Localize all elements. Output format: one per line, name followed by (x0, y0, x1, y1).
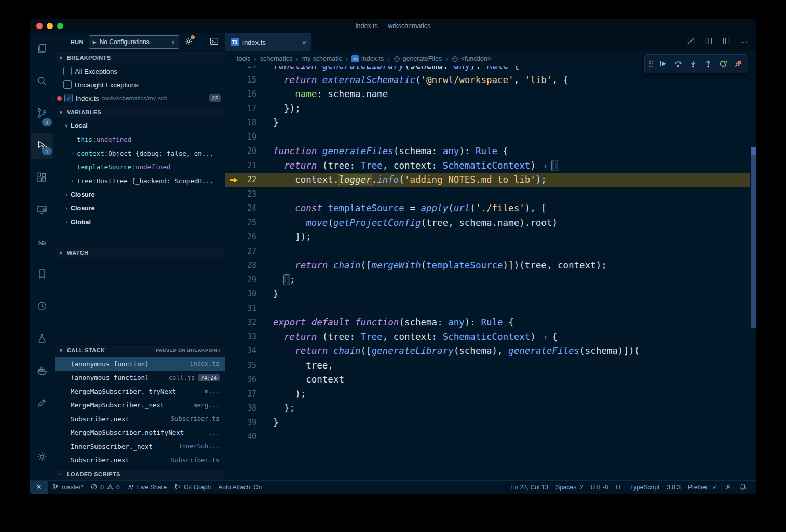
configure-launch-button[interactable] (184, 37, 193, 47)
restart-button[interactable] (716, 57, 730, 71)
activity-source-control[interactable]: 3 (31, 98, 53, 130)
variable-scope-row[interactable]: ∨Local (55, 119, 225, 133)
line-number[interactable]: 25 (225, 216, 273, 230)
code-text[interactable]: return chain([generateLibrary(schema), g… (273, 344, 750, 359)
line-number[interactable]: 20 (225, 144, 273, 159)
chevron-right-icon[interactable]: › (69, 178, 77, 183)
code-text[interactable]: move(getProjectConfig(tree, schema.name)… (273, 216, 750, 230)
call-stack-frame[interactable]: Subscriber.nextSubscriber.ts (55, 412, 225, 426)
variable-row[interactable]: ›context: Object {debug: false, en... (55, 146, 225, 160)
eol-status[interactable]: LF (612, 481, 627, 494)
call-stack-frame[interactable]: MergeMapSubscriber.notifyNext... (55, 426, 225, 440)
variable-row[interactable]: this: undefined (55, 133, 225, 147)
continue-button[interactable] (656, 57, 670, 71)
line-number[interactable]: 24 (225, 201, 273, 216)
chevron-down-icon[interactable]: ∨ (62, 123, 71, 128)
code-line[interactable]: 36 context (225, 373, 750, 387)
scrollbar-thumb[interactable] (751, 147, 756, 155)
cursor-position[interactable]: Ln 22, Col 13 (508, 481, 552, 494)
breadcrumb-item[interactable]: tools (237, 55, 250, 62)
line-number[interactable]: 28 (225, 258, 273, 273)
line-number[interactable]: 16 (225, 87, 273, 102)
step-into-button[interactable] (686, 57, 700, 71)
code-line[interactable]: 30} (225, 287, 750, 302)
line-number[interactable]: 14 (225, 66, 273, 73)
breakpoints-header[interactable]: ∨ BREAKPOINTS (55, 51, 225, 63)
drag-handle-icon[interactable] (647, 57, 655, 71)
code-text[interactable] (273, 430, 750, 444)
line-number[interactable]: 17 (225, 102, 273, 116)
indentation-status[interactable]: Spaces: 2 (552, 481, 587, 494)
code-text[interactable]: return chain([mergeWith(templateSource)]… (273, 258, 750, 273)
code-line[interactable]: 31 (225, 302, 750, 316)
minimize-window-button[interactable] (47, 23, 53, 29)
step-over-button[interactable] (671, 57, 685, 71)
code-line[interactable]: 19 (225, 130, 750, 145)
call-stack-frame[interactable]: MergeMapSubscriber._nextmerg... (55, 399, 225, 413)
line-number[interactable]: 23 (225, 187, 273, 202)
open-changes-icon[interactable] (687, 37, 695, 47)
code-line[interactable]: 26 ]); (225, 230, 750, 244)
call-stack-frame[interactable]: MergeMapSubscriber._tryNextm... (55, 385, 225, 399)
debug-config-dropdown[interactable]: ▶ No Configurations ∨ (89, 35, 179, 49)
breakpoint-item[interactable]: Uncaught Exceptions (55, 78, 225, 91)
code-line[interactable]: 16 name: schema.name (225, 87, 750, 102)
code-text[interactable]: } (273, 416, 750, 430)
line-number[interactable]: 18 (225, 116, 273, 130)
code-line[interactable]: 20function generateFiles(schema: any): R… (225, 144, 750, 159)
chevron-right-icon[interactable]: › (69, 151, 77, 156)
activity-nx-console[interactable]: N≥ (31, 227, 53, 259)
variable-scope-row[interactable]: ›Global (55, 215, 225, 229)
close-tab-icon[interactable]: × (302, 38, 306, 46)
code-text[interactable] (273, 130, 750, 145)
code-text[interactable]: ); (273, 387, 750, 402)
breadcrumb-item[interactable]: generateFiles (394, 55, 442, 62)
close-window-button[interactable] (36, 23, 43, 29)
call-stack-frame[interactable]: (anonymous function)call.js74:24 (55, 371, 225, 385)
tab-index-ts[interactable]: TS index.ts × (225, 33, 312, 51)
editor[interactable]: 14function generateLibrary(schema: any):… (225, 66, 756, 480)
code-text[interactable] (273, 302, 750, 316)
activity-settings[interactable] (31, 442, 53, 474)
activity-extensions[interactable] (31, 162, 53, 195)
git-graph-status[interactable]: Git Graph (170, 481, 214, 494)
ts-version[interactable]: 3.8.3 (663, 481, 684, 494)
code-line[interactable]: 27 (225, 244, 750, 259)
activity-remote-explorer[interactable] (31, 195, 53, 227)
code-text[interactable]: tree, (273, 359, 750, 373)
auto-attach-status[interactable]: Auto Attach: On (214, 481, 265, 494)
line-number[interactable]: 15 (225, 73, 273, 88)
code-text[interactable]: return externalSchematic('@nrwl/workspac… (273, 73, 750, 88)
editor-layout-icon[interactable] (722, 37, 730, 47)
line-number[interactable]: 35 (225, 359, 273, 373)
call-stack-frame[interactable]: Subscriber.nextSubscriber.ts (55, 454, 225, 468)
start-debug-icon[interactable]: ▶ (93, 39, 97, 45)
activity-run-debug[interactable]: 1 (31, 133, 53, 159)
line-number[interactable]: 33 (225, 330, 273, 345)
activity-explorer[interactable] (31, 34, 53, 66)
code-text[interactable]: context.logger.info('adding NOTES.md to … (273, 173, 750, 187)
feedback-status[interactable] (721, 481, 736, 494)
line-number[interactable]: 37 (225, 387, 273, 402)
disconnect-button[interactable] (731, 57, 745, 71)
code-line[interactable]: 29 }; (225, 273, 750, 288)
line-number[interactable]: 26 (225, 230, 273, 244)
code-line[interactable]: 25 move(getProjectConfig(tree, schema.na… (225, 216, 750, 230)
code-text[interactable]: export default function(schema: any): Ru… (273, 316, 750, 330)
variable-scope-row[interactable]: ›Closure (55, 201, 225, 215)
code-line[interactable]: 34 return chain([generateLibrary(schema)… (225, 344, 750, 359)
live-share-status[interactable]: Live Share (124, 481, 170, 494)
breadcrumb-item[interactable]: my-schematic (302, 55, 342, 62)
code-line[interactable]: 17 }); (225, 102, 750, 116)
code-line[interactable]: 37 ); (225, 387, 750, 402)
breakpoint-item[interactable]: All Exceptions (55, 64, 225, 78)
activity-test[interactable] (31, 323, 53, 356)
title-bar[interactable]: index.ts — wrkschematics (30, 19, 756, 33)
chevron-right-icon[interactable]: › (62, 206, 71, 211)
variables-header[interactable]: ∨ VARIABLES (55, 106, 225, 118)
line-number[interactable]: 39 (225, 416, 273, 430)
line-number[interactable]: 29 (225, 273, 273, 288)
code-text[interactable]: } (273, 287, 750, 302)
breadcrumb-item[interactable]: TSindex.ts (351, 55, 384, 62)
code-line[interactable]: 35 tree, (225, 359, 750, 373)
